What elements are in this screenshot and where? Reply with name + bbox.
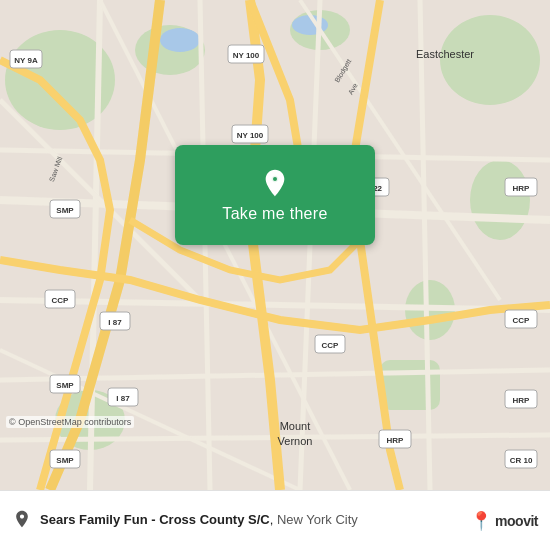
location-name: Sears Family Fun - Cross County S/C xyxy=(40,512,270,527)
svg-text:SMP: SMP xyxy=(56,381,74,390)
copyright-text: © OpenStreetMap contributors xyxy=(6,416,134,428)
take-me-there-label: Take me there xyxy=(222,205,327,223)
location-icon-wrap xyxy=(12,509,32,533)
svg-point-2 xyxy=(440,15,540,105)
svg-text:NY 9A: NY 9A xyxy=(14,56,38,65)
svg-point-3 xyxy=(470,160,530,240)
svg-point-63 xyxy=(273,177,277,181)
svg-text:I 87: I 87 xyxy=(108,318,122,327)
svg-text:NY 100: NY 100 xyxy=(233,51,260,60)
bottom-location-icon xyxy=(12,509,32,529)
location-pin-icon xyxy=(259,167,291,199)
take-me-there-button[interactable]: Take me there xyxy=(175,145,375,245)
svg-text:HRP: HRP xyxy=(387,436,405,445)
map-container: NY 9A NY 100 NY 100 I 87 I 87 NY 22 CCP … xyxy=(0,0,550,490)
svg-text:I 87: I 87 xyxy=(116,394,130,403)
svg-text:HRP: HRP xyxy=(513,184,531,193)
bottom-bar: Sears Family Fun - Cross County S/C, New… xyxy=(0,490,550,550)
separator: , xyxy=(270,512,277,527)
svg-text:HRP: HRP xyxy=(513,396,531,405)
svg-text:CCP: CCP xyxy=(322,341,340,350)
svg-text:Eastchester: Eastchester xyxy=(416,48,474,60)
moovit-pin-icon: 📍 xyxy=(470,510,492,532)
svg-text:SMP: SMP xyxy=(56,206,74,215)
svg-text:CCP: CCP xyxy=(513,316,531,325)
svg-text:NY 100: NY 100 xyxy=(237,131,264,140)
svg-text:SMP: SMP xyxy=(56,456,74,465)
moovit-logo-text: moovit xyxy=(495,513,538,529)
bottom-location-text: Sears Family Fun - Cross County S/C, New… xyxy=(40,512,462,529)
svg-text:Mount: Mount xyxy=(280,420,311,432)
svg-text:Vernon: Vernon xyxy=(278,435,313,447)
svg-text:CCP: CCP xyxy=(52,296,70,305)
svg-rect-6 xyxy=(380,360,440,410)
city-name: New York City xyxy=(277,512,358,527)
svg-point-9 xyxy=(160,28,200,52)
svg-text:CR 10: CR 10 xyxy=(510,456,533,465)
moovit-logo: 📍 moovit xyxy=(470,510,538,532)
